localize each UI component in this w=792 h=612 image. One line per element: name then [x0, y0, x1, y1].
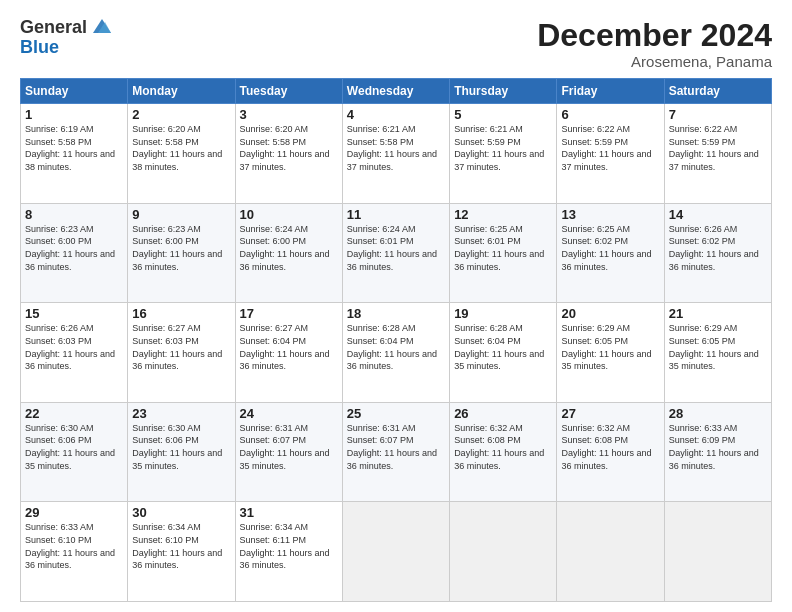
daylight-text: Daylight: 11 hours and 36 minutes.	[240, 548, 330, 571]
cell-info: Sunrise: 6:27 AM Sunset: 6:03 PM Dayligh…	[132, 322, 230, 372]
sunset-text: Sunset: 6:08 PM	[561, 435, 628, 445]
calendar-cell: 31 Sunrise: 6:34 AM Sunset: 6:11 PM Dayl…	[235, 502, 342, 602]
calendar-cell	[342, 502, 449, 602]
calendar-cell: 8 Sunrise: 6:23 AM Sunset: 6:00 PM Dayli…	[21, 203, 128, 303]
sunrise-text: Sunrise: 6:31 AM	[240, 423, 309, 433]
sunset-text: Sunset: 6:10 PM	[132, 535, 199, 545]
sunrise-text: Sunrise: 6:32 AM	[454, 423, 523, 433]
daylight-text: Daylight: 11 hours and 36 minutes.	[347, 249, 437, 272]
daylight-text: Daylight: 11 hours and 35 minutes.	[240, 448, 330, 471]
sunrise-text: Sunrise: 6:21 AM	[454, 124, 523, 134]
sunset-text: Sunset: 6:11 PM	[240, 535, 307, 545]
sunrise-text: Sunrise: 6:27 AM	[240, 323, 309, 333]
daylight-text: Daylight: 11 hours and 35 minutes.	[132, 448, 222, 471]
sunrise-text: Sunrise: 6:19 AM	[25, 124, 94, 134]
sunrise-text: Sunrise: 6:25 AM	[454, 224, 523, 234]
header: General Blue December 2024 Arosemena, Pa…	[20, 18, 772, 70]
daylight-text: Daylight: 11 hours and 38 minutes.	[132, 149, 222, 172]
sunset-text: Sunset: 5:58 PM	[132, 137, 199, 147]
calendar-cell: 26 Sunrise: 6:32 AM Sunset: 6:08 PM Dayl…	[450, 402, 557, 502]
cell-info: Sunrise: 6:27 AM Sunset: 6:04 PM Dayligh…	[240, 322, 338, 372]
logo: General Blue	[20, 18, 113, 58]
sunrise-text: Sunrise: 6:21 AM	[347, 124, 416, 134]
day-number: 25	[347, 406, 445, 421]
cell-info: Sunrise: 6:32 AM Sunset: 6:08 PM Dayligh…	[454, 422, 552, 472]
calendar-cell: 27 Sunrise: 6:32 AM Sunset: 6:08 PM Dayl…	[557, 402, 664, 502]
sunrise-text: Sunrise: 6:34 AM	[132, 522, 201, 532]
sunrise-text: Sunrise: 6:25 AM	[561, 224, 630, 234]
sunset-text: Sunset: 6:01 PM	[347, 236, 414, 246]
calendar-cell: 22 Sunrise: 6:30 AM Sunset: 6:06 PM Dayl…	[21, 402, 128, 502]
location: Arosemena, Panama	[537, 53, 772, 70]
sunrise-text: Sunrise: 6:27 AM	[132, 323, 201, 333]
cell-info: Sunrise: 6:34 AM Sunset: 6:11 PM Dayligh…	[240, 521, 338, 571]
daylight-text: Daylight: 11 hours and 36 minutes.	[561, 448, 651, 471]
day-number: 14	[669, 207, 767, 222]
sunset-text: Sunset: 5:59 PM	[454, 137, 521, 147]
cell-info: Sunrise: 6:25 AM Sunset: 6:01 PM Dayligh…	[454, 223, 552, 273]
day-number: 19	[454, 306, 552, 321]
day-number: 29	[25, 505, 123, 520]
sunrise-text: Sunrise: 6:26 AM	[25, 323, 94, 333]
cell-info: Sunrise: 6:33 AM Sunset: 6:10 PM Dayligh…	[25, 521, 123, 571]
day-number: 11	[347, 207, 445, 222]
cell-info: Sunrise: 6:32 AM Sunset: 6:08 PM Dayligh…	[561, 422, 659, 472]
daylight-text: Daylight: 11 hours and 36 minutes.	[561, 249, 651, 272]
day-number: 26	[454, 406, 552, 421]
cell-info: Sunrise: 6:29 AM Sunset: 6:05 PM Dayligh…	[669, 322, 767, 372]
day-number: 20	[561, 306, 659, 321]
cell-info: Sunrise: 6:20 AM Sunset: 5:58 PM Dayligh…	[132, 123, 230, 173]
logo-general: General	[20, 18, 87, 38]
day-number: 21	[669, 306, 767, 321]
logo-text: General Blue	[20, 18, 113, 58]
sunrise-text: Sunrise: 6:24 AM	[347, 224, 416, 234]
cell-info: Sunrise: 6:31 AM Sunset: 6:07 PM Dayligh…	[347, 422, 445, 472]
cell-info: Sunrise: 6:30 AM Sunset: 6:06 PM Dayligh…	[132, 422, 230, 472]
sunset-text: Sunset: 6:07 PM	[347, 435, 414, 445]
sunset-text: Sunset: 6:04 PM	[454, 336, 521, 346]
page: General Blue December 2024 Arosemena, Pa…	[0, 0, 792, 612]
sunrise-text: Sunrise: 6:26 AM	[669, 224, 738, 234]
day-number: 31	[240, 505, 338, 520]
calendar-week-2: 8 Sunrise: 6:23 AM Sunset: 6:00 PM Dayli…	[21, 203, 772, 303]
sunrise-text: Sunrise: 6:30 AM	[132, 423, 201, 433]
daylight-text: Daylight: 11 hours and 36 minutes.	[240, 249, 330, 272]
daylight-text: Daylight: 11 hours and 37 minutes.	[347, 149, 437, 172]
calendar-week-5: 29 Sunrise: 6:33 AM Sunset: 6:10 PM Dayl…	[21, 502, 772, 602]
sunrise-text: Sunrise: 6:22 AM	[669, 124, 738, 134]
day-number: 5	[454, 107, 552, 122]
day-number: 18	[347, 306, 445, 321]
sunrise-text: Sunrise: 6:29 AM	[669, 323, 738, 333]
calendar-cell: 21 Sunrise: 6:29 AM Sunset: 6:05 PM Dayl…	[664, 303, 771, 403]
col-thursday: Thursday	[450, 79, 557, 104]
day-number: 23	[132, 406, 230, 421]
calendar-header-row: Sunday Monday Tuesday Wednesday Thursday…	[21, 79, 772, 104]
cell-info: Sunrise: 6:20 AM Sunset: 5:58 PM Dayligh…	[240, 123, 338, 173]
daylight-text: Daylight: 11 hours and 36 minutes.	[669, 249, 759, 272]
day-number: 16	[132, 306, 230, 321]
calendar-cell: 10 Sunrise: 6:24 AM Sunset: 6:00 PM Dayl…	[235, 203, 342, 303]
sunrise-text: Sunrise: 6:33 AM	[669, 423, 738, 433]
sunset-text: Sunset: 6:02 PM	[561, 236, 628, 246]
sunrise-text: Sunrise: 6:34 AM	[240, 522, 309, 532]
day-number: 27	[561, 406, 659, 421]
day-number: 9	[132, 207, 230, 222]
calendar-cell: 5 Sunrise: 6:21 AM Sunset: 5:59 PM Dayli…	[450, 104, 557, 204]
sunset-text: Sunset: 6:00 PM	[240, 236, 307, 246]
sunset-text: Sunset: 6:03 PM	[132, 336, 199, 346]
daylight-text: Daylight: 11 hours and 35 minutes.	[669, 349, 759, 372]
calendar-cell: 18 Sunrise: 6:28 AM Sunset: 6:04 PM Dayl…	[342, 303, 449, 403]
daylight-text: Daylight: 11 hours and 37 minutes.	[454, 149, 544, 172]
sunset-text: Sunset: 6:06 PM	[25, 435, 92, 445]
daylight-text: Daylight: 11 hours and 38 minutes.	[25, 149, 115, 172]
sunrise-text: Sunrise: 6:23 AM	[132, 224, 201, 234]
col-tuesday: Tuesday	[235, 79, 342, 104]
daylight-text: Daylight: 11 hours and 36 minutes.	[25, 548, 115, 571]
cell-info: Sunrise: 6:25 AM Sunset: 6:02 PM Dayligh…	[561, 223, 659, 273]
day-number: 17	[240, 306, 338, 321]
cell-info: Sunrise: 6:24 AM Sunset: 6:00 PM Dayligh…	[240, 223, 338, 273]
sunrise-text: Sunrise: 6:32 AM	[561, 423, 630, 433]
day-number: 4	[347, 107, 445, 122]
sunrise-text: Sunrise: 6:30 AM	[25, 423, 94, 433]
sunset-text: Sunset: 5:59 PM	[561, 137, 628, 147]
